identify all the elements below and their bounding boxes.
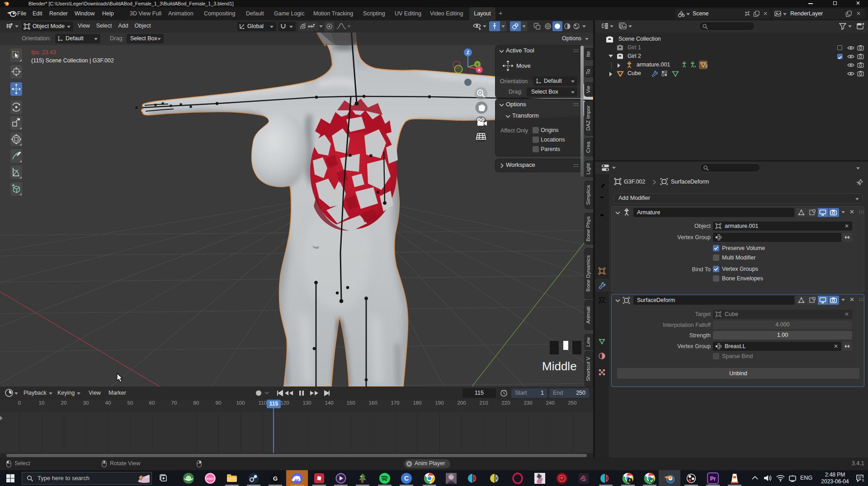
svg-text:X: X (478, 67, 481, 72)
svg-text:Z: Z (467, 50, 469, 55)
svg-text:osu!: osu! (207, 477, 214, 481)
svg-text:Pr: Pr (710, 476, 716, 482)
svg-text:G: G (273, 475, 278, 482)
svg-text:5: 5 (862, 478, 864, 482)
svg-text:C: C (404, 475, 409, 482)
